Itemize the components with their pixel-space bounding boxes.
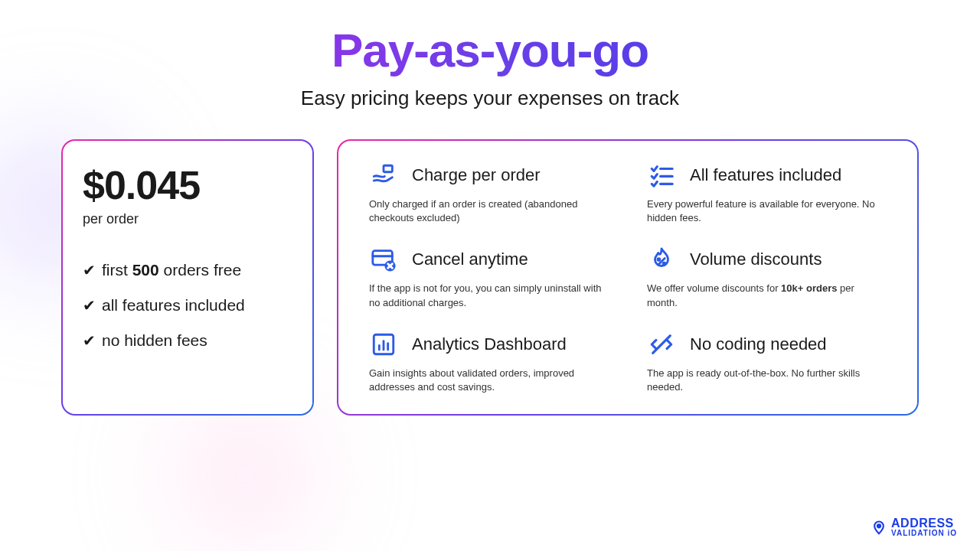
benefit-item: ✔ all features included [83, 296, 292, 315]
svg-line-16 [653, 335, 671, 353]
check-icon: ✔ [83, 261, 96, 279]
feature-title: All features included [690, 165, 841, 185]
check-icon: ✔ [83, 296, 96, 315]
feature-desc: We offer volume discounts for 10k+ order… [647, 282, 887, 309]
svg-point-9 [658, 259, 660, 261]
feature-desc: Only charged if an order is created (aba… [369, 197, 609, 225]
feature-no-coding: No coding needed The app is ready out-of… [647, 330, 887, 394]
feature-desc: Gain insights about validated orders, im… [369, 367, 609, 394]
feature-title: Charge per order [412, 165, 541, 185]
svg-rect-0 [384, 165, 392, 172]
page-title: Pay-as-you-go [61, 23, 919, 77]
feature-all-included: All features included Every powerful fea… [647, 161, 887, 225]
analytics-icon [369, 330, 398, 359]
page-subtitle: Easy pricing keeps your expenses on trac… [61, 86, 919, 110]
benefit-item: ✔ first 500 orders free [83, 261, 292, 279]
no-code-icon [647, 330, 676, 359]
checklist-icon [647, 161, 676, 190]
benefit-item: ✔ no hidden fees [83, 331, 292, 350]
cancel-card-icon [369, 245, 398, 274]
flame-percent-icon [647, 245, 676, 274]
feature-title: Volume discounts [690, 249, 822, 269]
feature-desc: If the app is not for you, you can simpl… [369, 282, 609, 309]
feature-desc: Every powerful feature is available for … [647, 197, 887, 225]
features-card: Charge per order Only charged if an orde… [337, 139, 919, 416]
feature-cancel-anytime: Cancel anytime If the app is not for you… [369, 245, 609, 309]
price-amount: $0.045 [83, 162, 292, 208]
hand-icon [369, 161, 398, 190]
price-card: $0.045 per order ✔ first 500 orders free… [61, 139, 314, 416]
feature-title: Cancel anytime [412, 249, 528, 269]
svg-point-10 [663, 263, 665, 266]
feature-desc: The app is ready out-of-the-box. No furt… [647, 367, 887, 394]
feature-charge-per-order: Charge per order Only charged if an orde… [369, 161, 609, 225]
feature-title: No coding needed [690, 334, 827, 354]
feature-analytics: Analytics Dashboard Gain insights about … [369, 330, 609, 394]
feature-title: Analytics Dashboard [412, 334, 567, 354]
feature-volume-discounts: Volume discounts We offer volume discoun… [647, 245, 887, 309]
check-icon: ✔ [83, 331, 96, 350]
price-unit: per order [83, 211, 292, 227]
